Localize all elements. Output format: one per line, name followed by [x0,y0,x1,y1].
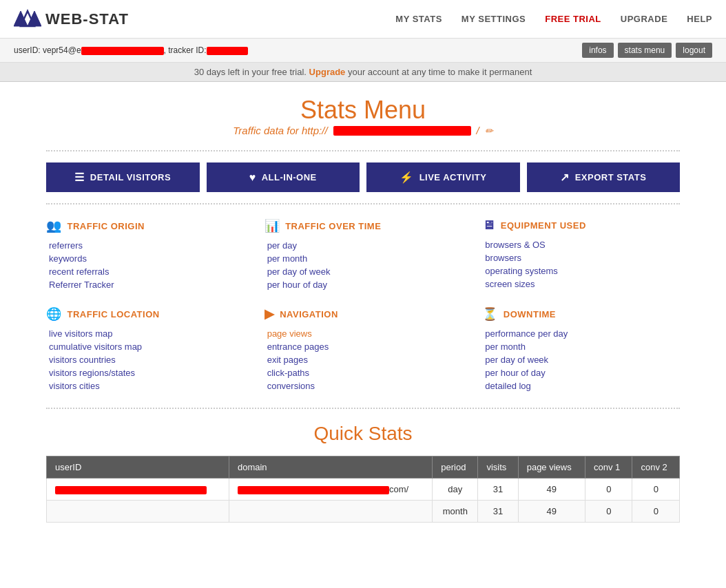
table-header-row: userID domain period visits page views c… [47,456,680,479]
screen-sizes-link[interactable]: screen sizes [485,279,535,289]
per-hour-of-day-link[interactable]: per hour of day [267,280,327,290]
per-day-link[interactable]: per day [267,240,297,251]
user-buttons: infos stats menu logout [582,43,712,58]
all-in-one-button[interactable]: ♥ ALL-IN-ONE [207,162,360,192]
export-stats-button[interactable]: ↗ EXPORT STATS [527,162,681,192]
edit-icon[interactable]: ✏ [485,125,493,136]
stats-subtitle: Traffic data for http:/// ✏ [46,125,680,136]
traffic-location-links: live visitors map cumulative visitors ma… [46,328,244,391]
per-month-link[interactable]: per month [267,253,308,264]
list-item: page views [267,328,462,339]
section-traffic-location: 🌐 TRAFFIC LOCATION live visitors map cum… [46,306,244,394]
logout-button[interactable]: logout [676,43,712,58]
cumulative-visitors-map-link[interactable]: cumulative visitors map [49,342,142,352]
export-stats-label: EXPORT STATS [575,172,647,182]
cell-user-id-month [47,501,229,523]
live-activity-button[interactable]: ⚡ LIVE ACTIVITY [366,162,520,192]
all-in-one-label: ALL-IN-ONE [262,172,317,182]
logo[interactable]: WEB-STAT [14,7,129,31]
list-item: detailed log [485,381,680,391]
row-domain-redacted [238,486,389,494]
tracker-label: , tracker ID: [164,45,207,55]
entrance-pages-link[interactable]: entrance pages [267,342,329,352]
action-buttons-row: ☰ DETAIL VISITORS ♥ ALL-IN-ONE ⚡ LIVE AC… [46,150,680,204]
list-item: screen sizes [485,279,680,289]
page-views-link[interactable]: page views [267,328,312,339]
list-item: Referrer Tracker [49,280,244,290]
referrer-tracker-link[interactable]: Referrer Tracker [49,280,114,290]
col-period: period [433,456,478,479]
domain-redacted [333,126,471,136]
list-item: visitors regions/states [49,368,244,378]
list-item: keywords [49,253,244,264]
user-id-redacted [81,47,164,55]
list-item: per day [267,240,462,251]
downtime-per-month-link[interactable]: per month [485,342,526,352]
browsers-link[interactable]: browsers [485,253,521,263]
list-item: click-paths [267,368,462,378]
nav-upgrade[interactable]: UPGRADE [621,14,668,24]
nav-help[interactable]: HELP [687,14,712,24]
svg-marker-0 [14,11,28,26]
cell-domain-month [229,501,432,523]
domain-suffix: com/ [389,484,408,494]
detail-visitors-icon: ☰ [74,171,85,184]
referrers-link[interactable]: referrers [49,240,83,251]
section-navigation: ▶ NAVIGATION page views entrance pages e… [265,306,462,394]
cell-visits-day: 31 [478,479,518,501]
downtime-icon: ⏳ [482,306,498,322]
navigation-icon: ▶ [265,306,275,322]
performance-per-day-link[interactable]: performance per day [485,328,568,339]
traffic-location-icon: 🌐 [46,306,62,322]
visitors-countries-link[interactable]: visitors countries [49,355,116,365]
exit-pages-link[interactable]: exit pages [267,355,308,365]
section-equipment-used: 🖥 EQUIPMENT USED browsers & OS browsers … [482,218,680,293]
visitors-cities-link[interactable]: visitors cities [49,381,100,391]
keywords-link[interactable]: keywords [49,253,87,264]
traffic-over-time-icon: 📊 [265,218,280,233]
browsers-os-link[interactable]: browsers & OS [485,240,545,250]
operating-systems-link[interactable]: operating systems [485,266,558,276]
downtime-per-day-of-week-link[interactable]: per day of week [485,355,548,365]
conversions-link[interactable]: conversions [267,381,315,391]
quick-stats-table: userID domain period visits page views c… [46,456,680,523]
recent-referrals-link[interactable]: recent referrals [49,266,109,277]
infos-button[interactable]: infos [582,43,613,58]
click-paths-link[interactable]: click-paths [267,368,309,378]
logo-text: WEB-STAT [45,10,129,28]
list-item: referrers [49,240,244,251]
per-day-of-week-link[interactable]: per day of week [267,266,331,277]
list-item: per hour of day [485,368,680,378]
nav-free-trial[interactable]: FREE TRIAL [545,14,601,24]
cell-domain: com/ [229,479,432,501]
list-item: browsers & OS [485,240,680,250]
list-item: exit pages [267,355,462,365]
nav-my-stats[interactable]: MY STATS [395,14,442,24]
nav-my-settings[interactable]: MY SETTINGS [461,14,526,24]
trial-rest: your account at any time to make it perm… [345,67,532,77]
detail-visitors-button[interactable]: ☰ DETAIL VISITORS [46,162,200,192]
visitors-regions-link[interactable]: visitors regions/states [49,368,135,378]
quick-stats-title: Quick Stats [46,423,680,445]
list-item: recent referrals [49,266,244,277]
upgrade-link[interactable]: Upgrade [309,67,346,77]
stats-menu-button[interactable]: stats menu [618,43,672,58]
col-user-id: userID [47,456,229,479]
col-conv1: conv 1 [585,456,632,479]
list-item: live visitors map [49,328,244,339]
detailed-log-link[interactable]: detailed log [485,381,531,391]
list-item: performance per day [485,328,680,339]
cell-period-month: month [433,501,478,523]
trial-text: 30 days left in your free trial. [194,67,307,77]
traffic-origin-links: referrers keywords recent referrals Refe… [46,240,244,290]
list-item: conversions [267,381,462,391]
live-visitors-map-link[interactable]: live visitors map [49,328,112,339]
col-conv2: conv 2 [632,456,680,479]
subtitle-prefix: Traffic data for http:// [233,125,327,136]
list-item: per month [485,342,680,352]
logo-icon [14,7,41,31]
downtime-per-hour-link[interactable]: per hour of day [485,368,545,378]
cell-user-id [47,479,229,501]
section-downtime: ⏳ DOWNTIME performance per day per month… [482,306,680,394]
list-item: visitors cities [49,381,244,391]
